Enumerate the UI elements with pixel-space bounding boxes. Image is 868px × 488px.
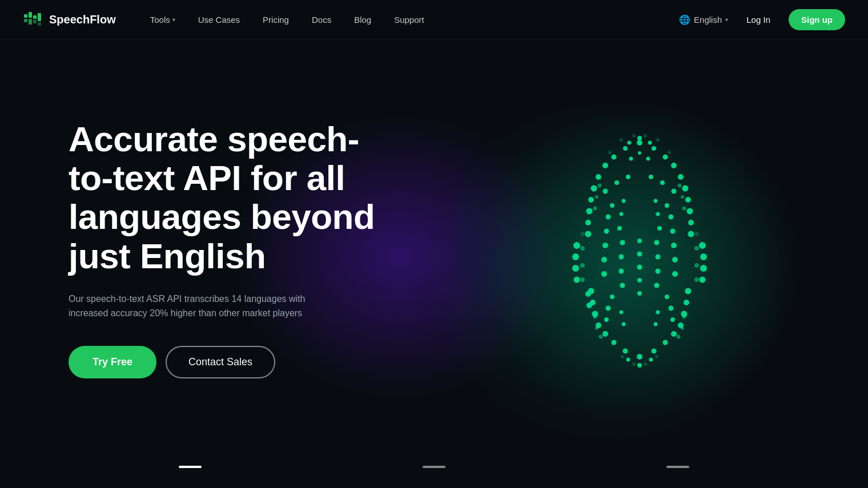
nav-pricing[interactable]: Pricing <box>263 15 289 25</box>
svg-point-133 <box>644 362 647 366</box>
svg-point-38 <box>699 242 706 249</box>
svg-point-10 <box>623 146 628 151</box>
svg-point-113 <box>593 207 597 211</box>
svg-point-50 <box>672 271 678 277</box>
nav-links: Tools ▾ Use Cases Pricing Docs Blog Supp… <box>150 15 679 25</box>
svg-point-104 <box>626 358 630 362</box>
svg-point-85 <box>610 295 614 299</box>
svg-point-20 <box>638 151 641 155</box>
svg-point-58 <box>654 283 660 288</box>
svg-point-89 <box>604 317 609 322</box>
svg-point-135 <box>621 355 624 358</box>
svg-point-23 <box>588 197 594 203</box>
svg-point-62 <box>637 278 642 283</box>
svg-point-91 <box>622 199 626 203</box>
svg-point-111 <box>595 195 598 199</box>
lang-chevron-icon: ▾ <box>725 17 728 23</box>
svg-rect-1 <box>24 19 27 22</box>
svg-point-81 <box>606 215 611 220</box>
svg-point-115 <box>593 315 597 319</box>
svg-point-26 <box>687 208 693 215</box>
svg-point-19 <box>646 157 650 161</box>
svg-point-124 <box>694 263 699 268</box>
svg-point-83 <box>604 229 609 234</box>
svg-point-41 <box>572 265 579 272</box>
svg-point-101 <box>585 291 591 297</box>
hero-subtitle: Our speech-to-text ASR API transcribes 1… <box>69 292 320 321</box>
svg-rect-4 <box>33 15 37 19</box>
svg-point-84 <box>670 229 676 234</box>
svg-point-78 <box>637 354 642 360</box>
indicator-2[interactable] <box>423 466 445 468</box>
nav-use-cases[interactable]: Use Cases <box>198 15 240 25</box>
svg-point-17 <box>678 174 684 180</box>
svg-rect-3 <box>29 19 32 25</box>
svg-point-8 <box>480 103 799 422</box>
svg-point-122 <box>694 246 699 251</box>
svg-point-131 <box>608 151 612 154</box>
indicator-3[interactable] <box>666 466 689 468</box>
svg-point-53 <box>619 255 624 260</box>
svg-point-123 <box>580 263 585 268</box>
svg-point-74 <box>612 340 617 345</box>
svg-point-51 <box>620 240 625 245</box>
nav-support[interactable]: Support <box>394 15 424 25</box>
logo[interactable]: SpeechFlow <box>23 10 116 30</box>
svg-point-110 <box>678 184 682 188</box>
svg-point-130 <box>656 138 660 142</box>
hero-section: Accurate speech-to-text API for all lang… <box>0 40 868 485</box>
svg-point-138 <box>695 232 699 236</box>
svg-point-73 <box>671 331 677 337</box>
svg-point-18 <box>629 157 633 161</box>
svg-point-52 <box>654 240 660 245</box>
svg-point-90 <box>670 317 675 322</box>
svg-rect-6 <box>38 13 41 21</box>
svg-point-63 <box>637 291 642 296</box>
svg-point-86 <box>665 295 669 299</box>
svg-point-82 <box>669 215 674 220</box>
svg-point-29 <box>585 231 592 237</box>
svg-point-24 <box>685 197 691 203</box>
indicator-1[interactable] <box>179 466 202 468</box>
svg-point-35 <box>626 175 630 179</box>
login-button[interactable]: Log In <box>740 10 777 29</box>
svg-point-109 <box>598 184 602 188</box>
svg-point-77 <box>652 349 657 354</box>
svg-point-56 <box>656 269 661 274</box>
try-free-button[interactable]: Try Free <box>69 346 156 378</box>
svg-rect-5 <box>33 20 37 23</box>
svg-point-121 <box>580 246 585 251</box>
navbar: SpeechFlow Tools ▾ Use Cases Pricing Doc… <box>0 0 868 40</box>
svg-point-11 <box>652 146 656 151</box>
svg-point-103 <box>637 363 642 368</box>
svg-point-129 <box>620 138 623 142</box>
svg-point-106 <box>637 136 642 140</box>
contact-sales-button[interactable]: Contact Sales <box>166 346 275 378</box>
svg-point-98 <box>654 322 658 326</box>
svg-point-67 <box>684 300 689 305</box>
nav-right: 🌐 English ▾ Log In Sign up <box>679 9 845 30</box>
svg-point-44 <box>700 277 706 283</box>
svg-point-54 <box>656 255 661 260</box>
svg-point-32 <box>672 189 677 194</box>
svg-point-55 <box>619 269 624 274</box>
svg-point-15 <box>671 163 677 168</box>
svg-point-79 <box>610 203 614 208</box>
nav-blog[interactable]: Blog <box>354 15 371 25</box>
language-selector[interactable]: 🌐 English ▾ <box>679 14 728 25</box>
nav-tools[interactable]: Tools ▾ <box>150 15 175 25</box>
hero-buttons: Try Free Contact Sales <box>69 346 400 378</box>
slide-indicators <box>0 466 868 468</box>
svg-point-65 <box>685 288 692 295</box>
svg-point-97 <box>622 322 626 326</box>
nav-docs[interactable]: Docs <box>312 15 331 25</box>
signup-button[interactable]: Sign up <box>789 9 845 30</box>
svg-point-31 <box>603 189 608 194</box>
svg-point-43 <box>574 277 580 283</box>
svg-point-28 <box>688 220 694 225</box>
svg-rect-2 <box>29 12 32 18</box>
svg-point-92 <box>654 199 658 203</box>
tools-chevron-icon: ▾ <box>172 17 175 23</box>
svg-point-87 <box>606 306 611 311</box>
svg-point-126 <box>694 277 699 282</box>
